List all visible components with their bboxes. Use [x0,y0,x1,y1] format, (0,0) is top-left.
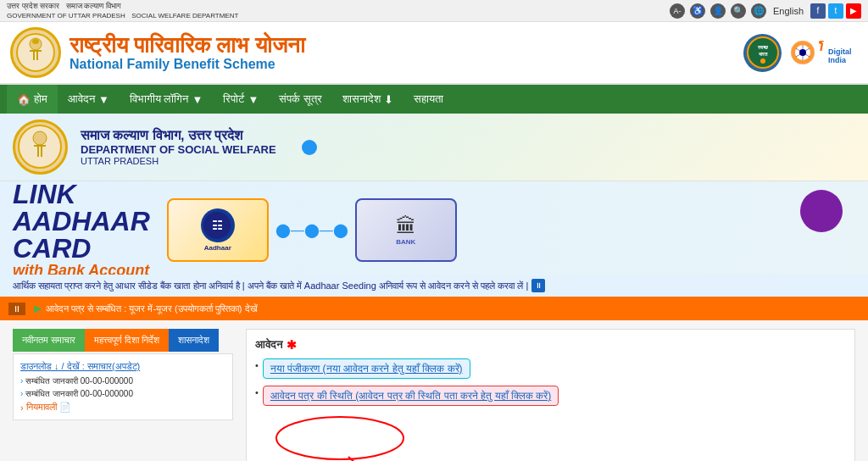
info-bar: आर्थिक सहायता प्राप्त करने हेतु आधार सीड… [0,275,868,297]
svg-point-5 [32,39,39,44]
application-status-link[interactable]: आवेदन पत्र की स्थिति (आवेदन पत्र की स्थि… [263,386,559,406]
svg-text:भारत: भारत [759,52,768,57]
link-images: ☷ Aadhaar ⬤—⬤—⬤ 🏛 BANK [167,198,457,262]
tab-guidelines[interactable]: महत्त्वपूर्ण दिशा निर्देश [85,329,169,352]
link-line3: CARD [13,235,150,262]
nav-help[interactable]: सहायता [403,85,453,114]
news-item-1: › सम्बंधित जानकारी 00-00-000000 [20,376,225,386]
user-icon[interactable]: 👤 [710,3,726,19]
banner-dept-hindi: समाज कल्याण विभाग, उत्तर प्रदेश [81,128,276,143]
search-icon[interactable]: 🔍 [731,3,746,19]
accessibility-icon[interactable]: ♿ [690,3,705,19]
svg-point-9 [760,58,765,64]
swachh-bharat-logo: स्वच्छ भारत [743,34,782,72]
banner-text: समाज कल्याण विभाग, उत्तर प्रदेश DEPARTME… [81,128,276,166]
youtube-icon[interactable]: ▶ [846,3,861,19]
play-icon: ▶ [34,303,42,314]
download-header[interactable]: डाउनलोड ↓ / देखें : समाचार(अपडेट) [20,361,225,372]
bank-card: 🏛 BANK [355,198,457,262]
header-title-english: National Family Benefit Scheme [70,57,305,72]
aadhaar-card: ☷ Aadhaar [167,198,269,262]
top-bar-left: उत्तर प्रदेश सरकार समाज कल्याण विभाग GOV… [7,2,238,19]
info-text: आर्थिक सहायता प्राप्त करने हेतु आधार सीड… [13,280,528,292]
digital-india-logo: i Digital India [790,36,858,69]
link-aadhaar-text: LINK AADHAAR CARD with Bank Account [13,181,150,275]
nav-report[interactable]: रिपोर्ट ▼ [213,85,269,114]
banner-state: UTTAR PRADESH [81,156,276,166]
news-item-2: › सम्बंधित जानकारी 00-00-000000 [20,389,225,399]
accessibility-icons: A- ♿ 👤 🔍 🌐 [670,3,766,19]
bullet-1: • [255,360,259,370]
right-panel: आवेदन ✱ • नया पंजीकरण (नया आवेदन करने हे… [246,329,855,461]
svg-rect-23 [34,145,46,147]
aadhaar-logo: ☷ [201,208,235,242]
header: राष्ट्रीय पारिवारिक लाभ योजना National F… [0,22,868,85]
header-title-hindi: राष्ट्रीय पारिवारिक लाभ योजना [70,33,305,58]
facebook-icon[interactable]: f [810,3,826,19]
arrow-icon-2: › [20,389,23,398]
svg-rect-4 [36,52,38,60]
social-icons: f t ▶ [810,3,861,19]
header-right: स्वच्छ भारत i Digital I [743,34,858,72]
govt-label: उत्तर प्रदेश सरकार समाज कल्याण विभाग GOV… [7,2,238,19]
pause-button[interactable]: ⏸ [8,303,25,315]
download-icon: ⬇ [384,93,393,106]
star-icon: ✱ [287,338,297,352]
blue-dot-decoration [302,140,317,155]
svg-point-18 [819,41,822,44]
globe-icon[interactable]: 🌐 [751,3,766,19]
register-link-row: • नया पंजीकरण (नया आवेदन करने हेतु यहाँ … [255,358,846,379]
svg-point-22 [33,131,47,145]
link-line1: LINK [13,181,150,208]
svg-text:☷: ☷ [212,219,223,232]
status-link-row: • आवेदन पत्र की स्थिति (आवेदन पत्र की स्… [255,386,846,406]
svg-rect-3 [33,52,35,60]
section-title: आवेदन ✱ [255,338,846,352]
dropdown-arrow-icon2: ▼ [192,93,203,106]
link-line2: AADHAAR [13,208,150,235]
nav-dept-login[interactable]: विभागीय लॉगिन ▼ [120,85,214,114]
info-icon: ⏸ [531,279,545,292]
header-title-block: राष्ट्रीय पारिवारिक लाभ योजना National F… [70,33,305,73]
tab-orders[interactable]: शासनादेश [169,329,219,352]
svg-rect-24 [37,147,39,157]
nav-application[interactable]: आवेदन ▼ [58,85,120,114]
nav-home[interactable]: 🏠 होम [7,85,58,114]
new-registration-link[interactable]: नया पंजीकरण (नया आवेदन करने हेतु यहाँ क्… [263,358,470,379]
top-bar: उत्तर प्रदेश सरकार समाज कल्याण विभाग GOV… [0,0,868,22]
main-content: नवीनतम समाचार महत्त्वपूर्ण दिशा निर्देश … [0,320,868,461]
svg-point-28 [276,417,403,459]
marquee-text: ▶ आवेदन पत्र से सम्बंधित : यूजर में-यूजर… [34,303,258,314]
nav-order[interactable]: शासनादेश ⬇ [332,85,403,114]
purple-circle-decoration [800,190,843,232]
font-decrease-icon[interactable]: A- [670,3,685,19]
dept-logo [13,119,68,175]
home-icon: 🏠 [17,93,31,106]
svg-text:स्वच्छ: स्वच्छ [757,45,769,50]
govt-logo [10,27,61,78]
orange-bar: ⏸ ▶ आवेदन पत्र से सम्बंधित : यूजर में-यू… [0,297,868,320]
navbar: 🏠 होम आवेदन ▼ विभागीय लॉगिन ▼ रिपोर्ट ▼ … [0,85,868,114]
svg-rect-2 [30,50,42,52]
banner-dept-english: DEPARTMENT OF SOCIAL WELFARE [81,143,276,156]
link-line4: with Bank Account [13,262,150,275]
twitter-icon[interactable]: t [828,3,843,19]
tabs: नवीनतम समाचार महत्त्वपूर्ण दिशा निर्देश … [13,329,233,352]
tab-news[interactable]: नवीनतम समाचार [13,329,85,352]
chain-connector: ⬤—⬤—⬤ [275,222,348,238]
bank-label: BANK [396,238,416,246]
bullet-2: • [255,387,259,397]
svg-text:India: India [828,56,847,64]
niyamavali-link[interactable]: › नियमावली 📄 [20,402,225,413]
left-content: डाउनलोड ↓ / देखें : समाचार(अपडेट) › सम्ब… [13,353,233,420]
arrow-icon-3: › [20,403,24,413]
svg-rect-25 [41,147,42,157]
language-label[interactable]: English [773,6,804,16]
annotation-area [272,413,846,461]
top-bar-right: A- ♿ 👤 🔍 🌐 English f t ▶ [670,3,861,19]
svg-text:Digital: Digital [828,47,852,56]
nav-contact[interactable]: संपर्क सूत्र [269,85,332,114]
dropdown-arrow-icon: ▼ [98,93,109,106]
bank-icon: 🏛 [396,214,416,238]
header-left: राष्ट्रीय पारिवारिक लाभ योजना National F… [10,27,305,78]
